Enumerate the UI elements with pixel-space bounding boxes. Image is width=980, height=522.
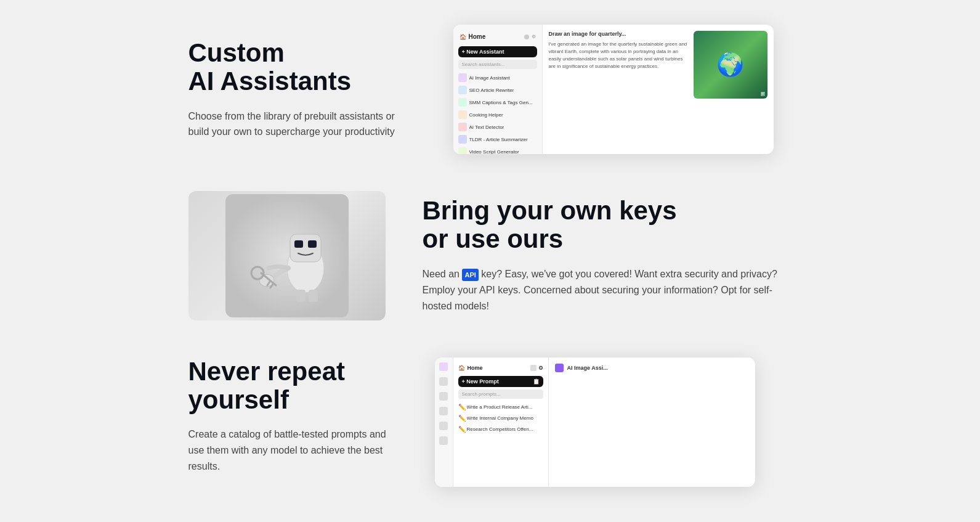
svg-rect-0: [225, 194, 349, 317]
prompt-list-item[interactable]: ✏️ Write a Product Release Arti...: [453, 401, 548, 412]
list-item[interactable]: AI Text Detector: [453, 121, 542, 133]
item-icon: [458, 110, 467, 119]
chart-overlay: 📊: [761, 92, 765, 96]
list-item[interactable]: Video Script Generator: [453, 145, 542, 154]
search-assistants-input[interactable]: Search assistants...: [458, 60, 537, 69]
sidebar-icon-doc[interactable]: [439, 392, 448, 401]
mockup-main-area-2: AI Image Assi...: [549, 357, 755, 487]
item-icon: [458, 135, 467, 144]
prompt-item-label: Write Internal Company Memo: [467, 415, 533, 421]
prompt-list-item[interactable]: ✏️ Write Internal Company Memo: [453, 412, 548, 423]
section1-description: Choose from the library of prebuilt assi…: [188, 108, 398, 140]
item-label: SEO Article Rewriter: [469, 88, 514, 93]
panel-expand-icon[interactable]: [530, 365, 537, 371]
list-item[interactable]: AI Image Assistant: [453, 71, 542, 84]
list-item[interactable]: Cooking Helper: [453, 108, 542, 121]
svg-rect-3: [294, 240, 303, 248]
prompt-icon: ✏️: [458, 404, 464, 410]
panel-home-icon: 🏠: [458, 365, 465, 371]
section1-text: Custom AI Assistants Choose from the lib…: [188, 39, 398, 140]
item-label: SMM Captions & Tags Gen...: [469, 100, 533, 105]
section3-title: Never repeat yourself: [188, 357, 398, 414]
robot-illustration-container: [188, 191, 386, 320]
section1-title: Custom AI Assistants: [188, 39, 398, 96]
item-icon: [458, 98, 467, 107]
sidebar-gear-icon[interactable]: ⚙: [532, 34, 536, 39]
prompt-icon: ✏️: [458, 426, 464, 432]
section3-description: Create a catalog of battle-tested prompt…: [188, 426, 398, 474]
new-prompt-label: + New Prompt: [462, 378, 499, 385]
search-prompts-input[interactable]: Search prompts...: [458, 389, 543, 399]
item-label: Cooking Helper: [469, 112, 503, 118]
new-assistant-button[interactable]: + New Assistant: [458, 46, 537, 57]
new-prompt-button[interactable]: + New Prompt 📋: [458, 376, 543, 387]
app-mockup-1: 🏠 Home ⚙ + New Assistant Search assistan…: [453, 25, 774, 154]
list-item[interactable]: SMM Captions & Tags Gen...: [453, 96, 542, 108]
home-icon: 🏠: [460, 34, 466, 40]
svg-rect-11: [309, 290, 318, 302]
mockup-panel: 🏠 Home ⚙ + New Prompt 📋 Search prompts..…: [453, 357, 549, 487]
mockup-main-title: Draw an image for quarterly...: [549, 31, 689, 37]
item-label: TLDR - Article Summarizer: [469, 137, 528, 142]
section2-text: Bring your own keys or use ours Need an …: [423, 197, 792, 315]
section2-title: Bring your own keys or use ours: [423, 197, 792, 253]
sidebar-icon-edit[interactable]: [439, 377, 448, 386]
svg-rect-2: [290, 234, 321, 262]
section1-title-line2: AI Assistants: [188, 67, 352, 96]
mockup-header: 🏠 Home ⚙: [453, 30, 542, 44]
mockup-text-content: Draw an image for quarterly... I've gene…: [549, 31, 689, 99]
section3-mockup-container: 🏠 Home ⚙ + New Prompt 📋 Search prompts..…: [435, 357, 792, 487]
search-prompts-placeholder: Search prompts...: [462, 391, 501, 397]
item-label: AI Text Detector: [469, 124, 504, 130]
panel-gear-icon[interactable]: ⚙: [538, 365, 543, 371]
new-assistant-label: + New Assistant: [462, 49, 504, 55]
ai-assistant-label: AI Image Assi...: [567, 365, 608, 371]
section-custom-ai: Custom AI Assistants Choose from the lib…: [188, 25, 792, 154]
mockup-main-area: Draw an image for quarterly... I've gene…: [543, 25, 774, 154]
sidebar-icon-calendar[interactable]: [439, 422, 448, 430]
item-icon: [458, 73, 467, 82]
mockup-sidebar-1: 🏠 Home ⚙ + New Assistant Search assistan…: [453, 25, 543, 154]
panel-header-icons: ⚙: [530, 365, 543, 371]
app-mockup-2: 🏠 Home ⚙ + New Prompt 📋 Search prompts..…: [435, 357, 755, 487]
panel-header: 🏠 Home ⚙: [453, 362, 548, 373]
ai-icon: [555, 364, 564, 372]
svg-rect-10: [296, 290, 306, 302]
section-prompts: Never repeat yourself Create a catalog o…: [188, 357, 792, 487]
mockup-main-text: I've generated an image for the quarterl…: [549, 41, 689, 70]
prompt-item-label: Research Competitors Offeri...: [467, 426, 533, 432]
section1-mockup-container: 🏠 Home ⚙ + New Assistant Search assistan…: [435, 25, 792, 154]
prompt-list-item[interactable]: ✏️ Research Competitors Offeri...: [453, 423, 548, 434]
svg-rect-4: [308, 240, 317, 248]
mockup-icon-sidebar: [435, 357, 453, 487]
robot-svg: [225, 194, 349, 317]
desc-text-before-api: Need an: [423, 269, 463, 279]
list-item[interactable]: SEO Article Rewriter: [453, 84, 542, 96]
panel-title: Home: [468, 365, 528, 371]
sidebar-icon-home[interactable]: [439, 362, 448, 371]
item-label: Video Script Generator: [469, 149, 519, 155]
ai-assistant-header: AI Image Assi...: [555, 364, 749, 372]
prompt-item-label: Write a Product Release Arti...: [467, 404, 533, 410]
item-icon: [458, 147, 467, 154]
section2-title-line1: Bring your own keys: [423, 196, 677, 225]
search-placeholder: Search assistants...: [462, 62, 505, 67]
section2-description: Need an API key? Easy, we've got you cov…: [423, 266, 792, 315]
sidebar-icon-lightning[interactable]: [439, 436, 448, 445]
section-keys: Bring your own keys or use ours Need an …: [188, 191, 792, 320]
item-label: AI Image Assistant: [469, 75, 510, 81]
section3-text: Never repeat yourself Create a catalog o…: [188, 357, 398, 474]
mockup-earth-image: 📊: [694, 31, 767, 99]
new-prompt-icon: 📋: [533, 378, 540, 385]
list-item[interactable]: TLDR - Article Summarizer: [453, 133, 542, 145]
item-icon: [458, 123, 467, 131]
sidebar-icon-table[interactable]: [439, 407, 448, 415]
item-icon: [458, 86, 467, 94]
api-badge: API: [462, 269, 478, 281]
sidebar-home-title: Home: [469, 33, 522, 40]
prompt-icon: ✏️: [458, 415, 464, 421]
section2-title-line2: or use ours: [423, 224, 564, 253]
section1-title-line1: Custom: [188, 38, 285, 67]
sidebar-menu-btn[interactable]: [524, 35, 529, 39]
